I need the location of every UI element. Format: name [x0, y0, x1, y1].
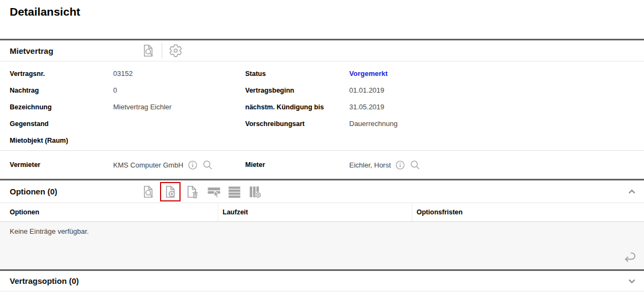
field-row: Nachtrag 0 Vertragsbeginn 01.01.2019 [10, 82, 634, 99]
delete-entry-icon [185, 185, 199, 199]
field-row: Vertragsnr. 03152 Status Vorgemerkt [10, 65, 634, 82]
return-button[interactable] [621, 248, 637, 264]
field-label: Gegenstand [10, 120, 113, 128]
mietvertrag-toolbar [141, 43, 183, 58]
list-view-icon [227, 185, 241, 199]
delete-entry-button[interactable] [185, 185, 199, 199]
search-icon [202, 159, 213, 171]
mieter-label: Mieter [245, 161, 349, 169]
select-row-button[interactable] [207, 185, 221, 199]
list-view-button[interactable] [227, 185, 241, 199]
field-label: nächstm. Kündigung bis [245, 103, 349, 111]
field-value: 31.05.2019 [349, 103, 384, 111]
document-preview-icon [141, 44, 155, 58]
optionen-title: Optionen (0) [10, 187, 57, 196]
field-row: Mietobjekt (Raum) [10, 132, 634, 149]
field-label: Status [245, 70, 349, 78]
toolbar-divider [162, 43, 162, 58]
expand-section-button[interactable] [626, 275, 638, 287]
info-icon [187, 159, 198, 171]
return-icon [621, 248, 637, 264]
document-preview-button[interactable] [141, 185, 155, 199]
field-value: Dauerrechnung [349, 120, 398, 128]
empty-message: Keine Einträge verfügbar. [0, 222, 644, 235]
field-value: 01.01.2019 [349, 86, 384, 94]
field-label: Mietobjekt (Raum) [10, 137, 113, 144]
field-label: Vertragsbeginn [245, 87, 349, 94]
detail-view-page: Detailansicht Mietvertrag [0, 0, 644, 307]
page-header: Detailansicht [0, 0, 644, 39]
party-row: Vermieter KMS Computer GmbH [0, 151, 644, 179]
optionen-table-body: Keine Einträge verfügbar. [0, 222, 644, 269]
select-row-icon [207, 185, 221, 199]
vermieter-value: KMS Computer GmbH [113, 161, 183, 169]
field-label: Vertragsnr. [10, 70, 113, 78]
mieter-value: Eichler, Horst [349, 161, 391, 169]
mietvertrag-fields: Vertragsnr. 03152 Status Vorgemerkt Nach… [0, 61, 644, 150]
add-entry-icon [163, 185, 177, 199]
mieter-search-button[interactable] [410, 159, 421, 171]
vertragsoption-section-header: Vertragsoption (0) [0, 271, 644, 291]
page-title: Detailansicht [10, 5, 634, 18]
chevron-down-icon [626, 275, 638, 287]
field-label: Vorschreibungsart [245, 120, 349, 128]
mietvertrag-section-header: Mietvertrag [0, 40, 644, 61]
field-label: Nachtrag [10, 87, 113, 94]
field-value: Mietvertrag Eichler [113, 103, 171, 111]
add-entry-button[interactable] [163, 185, 177, 199]
column-header[interactable]: Optionen [0, 203, 218, 221]
optionen-toolbar [141, 182, 262, 201]
vermieter-info-button[interactable] [187, 159, 198, 171]
vertragsoption-title: Vertragsoption (0) [10, 276, 79, 285]
document-preview-icon [141, 185, 155, 199]
field-row: Bezeichnung Mietvertrag Eichler nächstm.… [10, 99, 634, 115]
search-icon [410, 159, 421, 171]
info-icon [394, 159, 406, 171]
optionen-section-header: Optionen (0) [0, 180, 644, 203]
vermieter-label: Vermieter [10, 161, 113, 169]
collapse-section-button[interactable] [626, 186, 638, 197]
column-header[interactable]: Laufzeit [218, 203, 412, 221]
status-badge: Vorgemerkt [349, 69, 387, 78]
field-value: 0 [113, 86, 117, 94]
document-preview-button[interactable] [141, 44, 155, 58]
highlight-box [160, 182, 181, 201]
gear-icon [169, 44, 183, 58]
settings-button[interactable] [169, 44, 183, 58]
field-row: Gegenstand Vorschreibungsart Dauerrechnu… [10, 115, 634, 132]
field-value: 03152 [113, 69, 133, 78]
mieter-info-button[interactable] [394, 159, 406, 171]
vermieter-search-button[interactable] [202, 159, 213, 171]
chevron-up-icon [626, 186, 638, 197]
optionen-table-header: Optionen Laufzeit Optionsfristen [0, 203, 644, 222]
field-label: Bezeichnung [10, 103, 113, 111]
column-settings-button[interactable] [248, 185, 262, 199]
mietvertrag-title: Mietvertrag [10, 46, 53, 55]
column-header[interactable]: Optionsfristen [412, 203, 644, 221]
column-settings-icon [248, 185, 262, 199]
